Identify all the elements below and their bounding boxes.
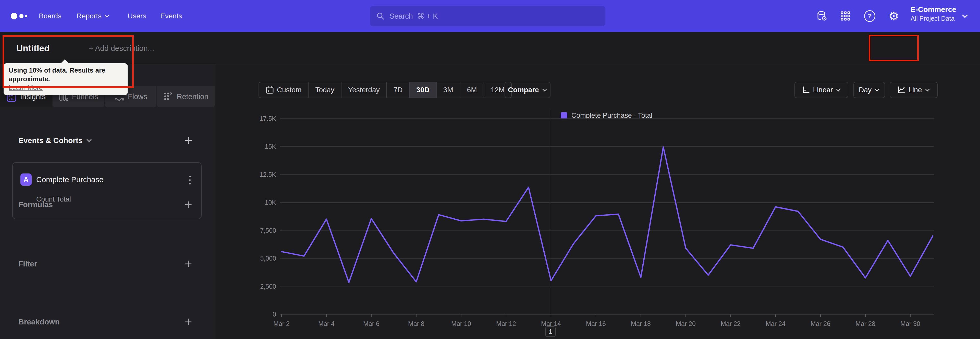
linear-axis-icon — [802, 86, 810, 94]
date-range-7d[interactable]: 7D — [387, 82, 409, 98]
compare-button[interactable]: Compare — [504, 82, 550, 98]
app-window: Boards Reports Users Events — [0, 0, 980, 339]
add-formula-button[interactable] — [184, 200, 193, 209]
retention-icon — [163, 92, 173, 101]
line-chart-icon — [897, 86, 905, 94]
project-switcher[interactable]: E-Commerce All Project Data — [911, 5, 962, 22]
nav-users[interactable]: Users — [127, 0, 146, 32]
granularity-selector[interactable]: Day — [853, 82, 885, 98]
date-range-yesterday[interactable]: Yesterday — [341, 82, 387, 98]
data-management-icon[interactable] — [816, 10, 827, 22]
chevron-down-icon — [542, 88, 547, 92]
date-range-control: Custom Today Yesterday 7D 30D 3M 6M 12M — [259, 82, 512, 98]
add-event-button[interactable] — [184, 136, 193, 145]
report-title[interactable]: Untitled — [16, 32, 49, 64]
search-icon — [376, 12, 385, 21]
apps-grid-icon[interactable] — [840, 10, 851, 22]
calendar-icon — [266, 86, 274, 94]
filter-section: Filter — [0, 256, 215, 272]
project-scope: All Project Data — [911, 14, 962, 22]
events-cohorts-header: Events & Cohorts — [0, 135, 215, 146]
pagination-page-1[interactable]: 1 — [545, 326, 556, 337]
sampling-tooltip: Using 10% of data. Results are approxima… — [3, 63, 127, 95]
nav-reports[interactable]: Reports — [76, 0, 110, 32]
event-name[interactable]: Complete Purchase — [36, 173, 103, 186]
date-range-custom[interactable]: Custom — [259, 82, 308, 98]
top-nav: Boards Reports Users Events — [0, 0, 980, 32]
tooltip-text: Using 10% of data. Results are approxima… — [9, 66, 123, 83]
settings-gear-icon[interactable]: ⚙ — [888, 10, 899, 22]
chevron-down-icon — [104, 14, 110, 18]
date-range-3m[interactable]: 3M — [436, 82, 460, 98]
chevron-down-icon[interactable] — [86, 139, 92, 142]
global-search[interactable] — [370, 6, 605, 26]
database-gear-icon — [816, 10, 827, 22]
query-sidebar: Insights Funnels — [0, 64, 215, 339]
date-range-6m[interactable]: 6M — [460, 82, 484, 98]
help-icon[interactable]: ? — [864, 10, 875, 22]
nav-events[interactable]: Events — [160, 0, 182, 32]
add-breakdown-button[interactable] — [184, 317, 193, 326]
report-header: Untitled Sampled + Add description... — [0, 32, 980, 64]
date-range-30d[interactable]: 30D — [409, 82, 436, 98]
breakdown-section: Breakdown — [0, 314, 215, 329]
nav-boards[interactable]: Boards — [39, 0, 62, 32]
chevron-down-icon — [836, 88, 841, 92]
tab-retention[interactable]: Retention — [157, 86, 215, 107]
scale-selector[interactable]: Linear — [794, 82, 848, 98]
chart-legend[interactable]: Complete Purchase - Total — [282, 112, 932, 119]
chevron-down-icon — [925, 88, 930, 92]
legend-label: Complete Purchase - Total — [571, 112, 652, 120]
search-input[interactable] — [389, 12, 599, 21]
legend-swatch — [561, 112, 567, 119]
add-filter-button[interactable] — [184, 259, 193, 269]
add-description[interactable]: + Add description... — [89, 32, 154, 64]
tooltip-arrow — [60, 59, 69, 64]
chart-panel: Custom Today Yesterday 7D 30D 3M 6M 12M … — [215, 64, 980, 339]
project-chevron-down-icon[interactable] — [962, 14, 968, 19]
series-letter-badge: A — [21, 173, 32, 186]
date-range-today[interactable]: Today — [308, 82, 341, 98]
formulas-section: Formulas — [0, 197, 215, 212]
project-name: E-Commerce — [911, 5, 962, 14]
chart-type-selector[interactable]: Line — [890, 82, 938, 98]
event-options-kebab-icon[interactable] — [185, 175, 194, 185]
learn-more-link[interactable]: Learn More — [9, 83, 123, 92]
chevron-down-icon — [875, 88, 880, 92]
